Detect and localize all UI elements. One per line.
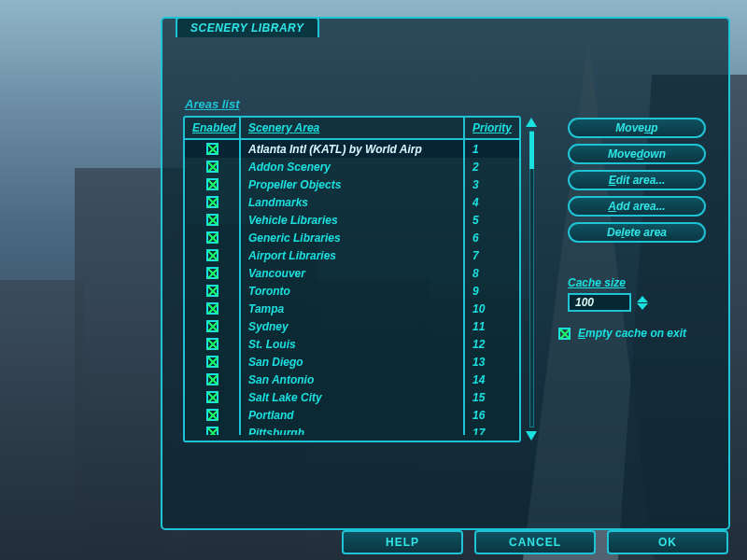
table-row[interactable]: Vancouver8 [185,264,519,282]
row-enabled-checkbox[interactable] [206,302,218,315]
row-area-cell[interactable]: St. Louis [241,335,465,353]
row-enabled-cell[interactable] [185,317,241,335]
row-enabled-checkbox[interactable] [206,409,218,421]
row-enabled-checkbox[interactable] [206,143,218,155]
row-priority-cell: 17 [465,427,519,436]
empty-cache-row[interactable]: Empty cache on exit [558,327,717,340]
table-row[interactable]: Propeller Objects3 [185,175,519,193]
table-row[interactable]: Toronto9 [185,282,519,300]
row-enabled-cell[interactable] [185,229,241,246]
row-area-cell[interactable]: San Antonio [241,371,465,388]
row-enabled-cell[interactable] [185,388,241,406]
table-row[interactable]: Sydney11 [185,317,519,335]
cache-size-stepper[interactable] [637,296,648,310]
edit-area-button[interactable]: Edit area... [568,170,706,190]
cache-size-group: Cache size [568,276,706,312]
row-priority-cell: 8 [465,267,519,280]
row-enabled-checkbox[interactable] [206,320,218,332]
table-row[interactable]: Pittsburgh17 [185,424,519,435]
table-row[interactable]: San Diego13 [185,353,519,371]
row-area-cell[interactable]: Vancouver [241,264,465,282]
move-down-button[interactable]: Move down [568,144,706,164]
row-area-cell[interactable]: Pittsburgh [241,424,465,435]
row-area-cell[interactable]: Portland [241,406,465,424]
row-enabled-cell[interactable] [185,211,241,229]
row-enabled-checkbox[interactable] [206,338,218,350]
row-enabled-cell[interactable] [185,371,241,388]
row-area-cell[interactable]: Airport Libraries [241,246,465,264]
row-area-cell[interactable]: Atlanta Intl (KATL) by World Airp [241,140,465,158]
row-enabled-checkbox[interactable] [206,373,218,385]
scroll-thumb[interactable] [529,132,534,169]
help-button[interactable]: HELP [342,530,463,554]
row-priority-cell: 6 [465,231,519,245]
table-row[interactable]: Landmarks4 [185,193,519,211]
cache-size-input[interactable] [568,293,631,312]
table-row[interactable]: Atlanta Intl (KATL) by World Airp1 [185,140,519,158]
row-enabled-checkbox[interactable] [206,178,218,190]
footer-button-row: HELP CANCEL OK [342,530,728,554]
row-enabled-cell[interactable] [185,175,241,193]
table-row[interactable]: Vehicle Libraries5 [185,211,519,229]
row-area-cell[interactable]: Landmarks [241,193,465,211]
ok-button[interactable]: OK [607,530,728,554]
row-enabled-checkbox[interactable] [206,391,218,403]
row-enabled-checkbox[interactable] [206,161,218,173]
table-row[interactable]: Airport Libraries7 [185,246,519,264]
table-row[interactable]: Portland16 [185,406,519,424]
row-enabled-cell[interactable] [185,282,241,300]
cancel-button[interactable]: CANCEL [474,530,596,554]
table-row[interactable]: Tampa10 [185,300,519,317]
delete-area-button[interactable]: Delete area [568,222,706,243]
row-area-cell[interactable]: Vehicle Libraries [241,211,465,229]
col-scenery-area[interactable]: Scenery Area [241,118,465,138]
row-enabled-checkbox[interactable] [206,427,218,435]
row-enabled-cell[interactable] [185,246,241,264]
scrollbar[interactable] [525,116,538,442]
row-area-cell[interactable]: Salt Lake City [241,388,465,406]
col-enabled[interactable]: Enabled [185,118,241,138]
row-priority-cell: 1 [465,143,519,156]
row-enabled-cell[interactable] [185,335,241,353]
row-priority-cell: 13 [465,356,519,369]
row-enabled-cell[interactable] [185,193,241,211]
table-row[interactable]: Salt Lake City15 [185,388,519,406]
scroll-down-icon[interactable] [526,431,537,441]
row-enabled-checkbox[interactable] [206,231,218,244]
row-enabled-cell[interactable] [185,158,241,175]
empty-cache-checkbox[interactable] [558,328,571,340]
row-area-cell[interactable]: Addon Scenery [241,158,465,175]
row-priority-cell: 7 [465,249,519,262]
move-up-button[interactable]: Move up [568,118,706,138]
table-row[interactable]: St. Louis12 [185,335,519,353]
row-area-cell[interactable]: Tampa [241,300,465,317]
row-enabled-checkbox[interactable] [206,214,218,226]
table-row[interactable]: Generic Libraries6 [185,229,519,246]
row-enabled-cell[interactable] [185,424,241,435]
row-enabled-checkbox[interactable] [206,267,218,279]
stepper-down-icon[interactable] [637,303,648,310]
row-enabled-cell[interactable] [185,353,241,371]
row-enabled-checkbox[interactable] [206,249,218,261]
add-area-button[interactable]: Add area... [568,196,706,217]
row-enabled-checkbox[interactable] [206,285,218,297]
row-area-cell[interactable]: San Diego [241,353,465,371]
row-enabled-checkbox[interactable] [206,196,218,208]
row-enabled-cell[interactable] [185,300,241,317]
row-area-cell[interactable]: Sydney [241,317,465,335]
stepper-up-icon[interactable] [637,296,648,302]
row-enabled-cell[interactable] [185,140,241,158]
row-enabled-checkbox[interactable] [206,356,218,368]
panel-title: SCENERY LIBRARY [176,17,319,37]
row-area-cell[interactable]: Propeller Objects [241,175,465,193]
scroll-track[interactable] [529,131,534,427]
scroll-up-icon[interactable] [526,118,537,127]
table-row[interactable]: San Antonio14 [185,371,519,388]
row-enabled-cell[interactable] [185,264,241,282]
row-priority-cell: 12 [465,338,519,351]
col-priority[interactable]: Priority [465,118,519,138]
row-area-cell[interactable]: Toronto [241,282,465,300]
row-area-cell[interactable]: Generic Libraries [241,229,465,246]
table-row[interactable]: Addon Scenery2 [185,158,519,175]
row-enabled-cell[interactable] [185,406,241,424]
